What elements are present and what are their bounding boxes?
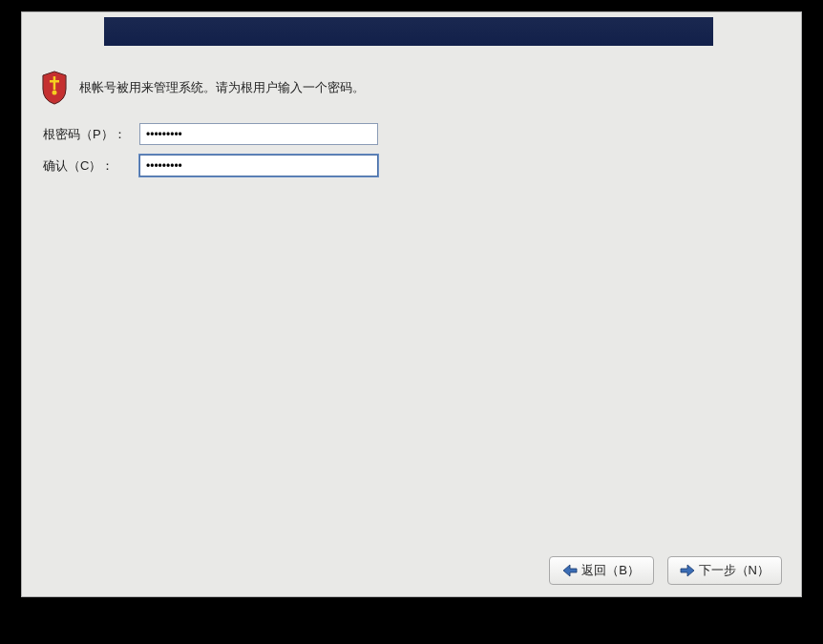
arrow-left-icon: [562, 564, 578, 577]
back-button[interactable]: 返回（B）: [549, 556, 654, 585]
arrow-right-icon: [680, 564, 695, 577]
confirm-password-input[interactable]: [139, 155, 378, 177]
content-area: 根帐号被用来管理系统。请为根用户输入一个密码。 根密码（P）： 确认（C）：: [22, 58, 801, 539]
confirm-label: 确认（C）：: [39, 157, 139, 175]
password-label: 根密码（P）：: [39, 126, 139, 143]
root-password-input[interactable]: [139, 123, 378, 145]
intro-text: 根帐号被用来管理系统。请为根用户输入一个密码。: [79, 79, 365, 96]
top-banner: [104, 17, 713, 46]
next-button-label: 下一步（N）: [699, 562, 770, 579]
svg-point-2: [53, 91, 57, 95]
svg-rect-1: [53, 76, 56, 90]
footer-buttons: 返回（B） 下一步（N）: [22, 545, 801, 596]
installer-window: 根帐号被用来管理系统。请为根用户输入一个密码。 根密码（P）： 确认（C）： 返…: [21, 11, 802, 597]
back-button-label: 返回（B）: [581, 562, 640, 579]
confirm-row: 确认（C）：: [39, 155, 784, 177]
intro-row: 根帐号被用来管理系统。请为根用户输入一个密码。: [39, 70, 784, 106]
next-button[interactable]: 下一步（N）: [667, 556, 782, 585]
password-row: 根密码（P）：: [39, 123, 784, 145]
shield-icon: [39, 70, 70, 106]
